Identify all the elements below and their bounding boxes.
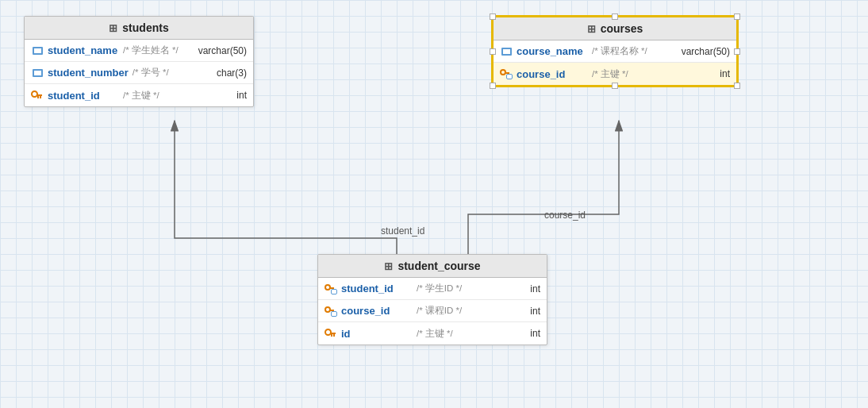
student-course-title: student_course <box>398 260 480 272</box>
students-title: students <box>122 21 168 34</box>
students-col0-comment: /* 学生姓名 */ <box>123 44 194 56</box>
students-col1-icon <box>31 67 44 79</box>
students-col0-type: varchar(50) <box>198 45 247 56</box>
sc-col2-type: int <box>501 328 540 339</box>
courses-col1-icon <box>500 67 513 80</box>
arrow-course-id <box>468 121 619 254</box>
courses-title: courses <box>601 22 643 35</box>
courses-col0-name: course_name <box>517 45 588 57</box>
sc-col1-type: int <box>501 306 540 317</box>
sc-col2-icon <box>325 327 337 340</box>
students-col1-name: student_number <box>48 67 129 79</box>
sc-col2-name: id <box>341 328 413 340</box>
sc-col1-comment: /* 课程ID */ <box>417 305 497 317</box>
sc-col1-name: course_id <box>341 305 413 317</box>
handle-tm[interactable] <box>612 13 618 20</box>
students-col2-name: student_id <box>48 90 119 102</box>
courses-col1-name: course_id <box>517 68 588 80</box>
sc-row-1[interactable]: course_id /* 课程ID */ int <box>318 300 547 322</box>
table-courses[interactable]: ⊞ courses course_name /* 课程名称 */ varchar… <box>492 16 738 87</box>
students-row-0[interactable]: student_name /* 学生姓名 */ varchar(50) <box>25 40 253 62</box>
sc-row-0[interactable]: student_id /* 学生ID */ int <box>318 278 547 300</box>
sc-col0-comment: /* 学生ID */ <box>417 283 497 294</box>
students-col2-icon <box>31 89 44 102</box>
sc-col2-comment: /* 主键 */ <box>417 328 497 340</box>
arrow-label-course-id: course_id <box>544 210 586 221</box>
students-col2-type: int <box>207 90 247 101</box>
canvas: student_id course_id ⊞ students student_… <box>0 0 868 408</box>
students-col0-icon <box>31 44 44 57</box>
students-col2-comment: /* 主键 */ <box>123 90 203 102</box>
sc-col0-icon <box>325 283 337 295</box>
handle-tr[interactable] <box>734 13 740 20</box>
courses-row-0[interactable]: course_name /* 课程名称 */ varchar(50) <box>494 40 736 63</box>
courses-col1-type: int <box>690 68 730 79</box>
handle-bm[interactable] <box>612 83 618 89</box>
students-col1-comment: /* 学号 */ <box>133 67 203 79</box>
sc-col1-icon <box>325 305 337 318</box>
handle-tl[interactable] <box>490 13 496 20</box>
table-student-course[interactable]: ⊞ student_course student_id /* 学生ID */ i… <box>317 254 547 345</box>
courses-grid-icon: ⊞ <box>587 23 596 35</box>
sc-row-2[interactable]: id /* 主键 */ int <box>318 322 547 344</box>
courses-header: ⊞ courses <box>494 17 736 40</box>
sc-col0-type: int <box>501 283 540 294</box>
students-grid-icon: ⊞ <box>109 22 117 34</box>
courses-col0-type: varchar(50) <box>682 46 730 57</box>
table-students[interactable]: ⊞ students student_name /* 学生姓名 */ varch… <box>24 16 254 107</box>
students-col1-type: char(3) <box>207 67 247 79</box>
handle-rm[interactable] <box>734 48 740 55</box>
courses-col0-icon <box>500 45 513 58</box>
students-header: ⊞ students <box>25 17 253 40</box>
students-row-1[interactable]: student_number /* 学号 */ char(3) <box>25 62 253 84</box>
arrow-label-student-id: student_id <box>381 225 424 237</box>
courses-col1-comment: /* 主键 */ <box>592 68 686 80</box>
sc-col0-name: student_id <box>341 283 413 294</box>
handle-lm[interactable] <box>490 48 496 55</box>
students-col0-name: student_name <box>48 44 119 56</box>
handle-br[interactable] <box>734 83 740 89</box>
courses-row-1[interactable]: course_id /* 主键 */ int <box>494 63 736 85</box>
student-course-header: ⊞ student_course <box>318 255 547 278</box>
arrow-student-id <box>175 121 397 254</box>
courses-col0-comment: /* 课程名称 */ <box>592 45 678 57</box>
students-row-2[interactable]: student_id /* 主键 */ int <box>25 84 253 106</box>
handle-bl[interactable] <box>490 83 496 89</box>
student-course-grid-icon: ⊞ <box>384 260 393 272</box>
